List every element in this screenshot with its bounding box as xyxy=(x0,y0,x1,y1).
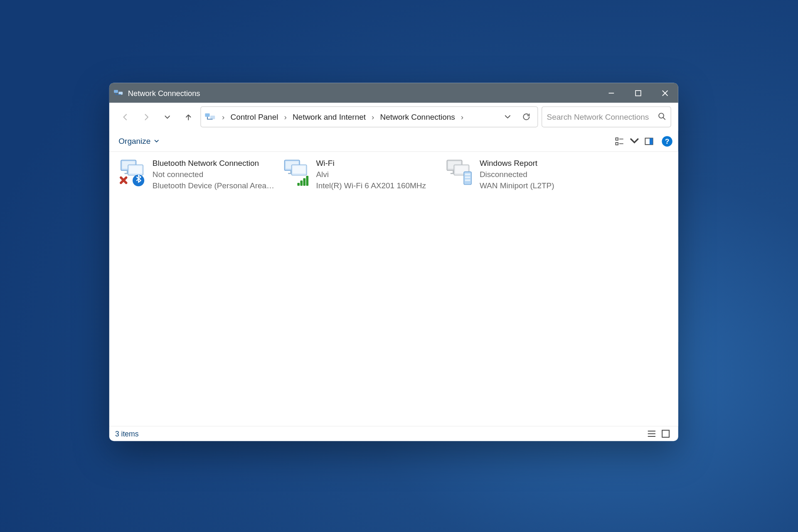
wifi-signal-icon xyxy=(297,175,310,186)
svg-rect-9 xyxy=(650,138,653,144)
connection-status: Alvi xyxy=(316,169,426,180)
svg-rect-2 xyxy=(635,90,640,96)
crumb-control-panel[interactable]: Control Panel xyxy=(228,110,281,123)
address-icon xyxy=(204,111,216,123)
svg-rect-3 xyxy=(205,113,209,117)
svg-rect-7 xyxy=(616,142,618,145)
app-icon xyxy=(114,88,123,97)
svg-rect-22 xyxy=(293,166,305,173)
window-title: Network Connections xyxy=(128,89,200,97)
view-options-button[interactable] xyxy=(611,133,629,149)
large-icons-view-button[interactable] xyxy=(658,428,672,440)
svg-rect-32 xyxy=(465,179,470,181)
svg-rect-31 xyxy=(465,176,470,178)
forward-button[interactable] xyxy=(137,108,155,126)
connection-status: Not connected xyxy=(153,169,275,180)
up-button[interactable] xyxy=(179,108,197,126)
organize-label: Organize xyxy=(118,137,150,145)
connection-status: Disconnected xyxy=(480,169,554,180)
close-button[interactable] xyxy=(651,83,678,103)
help-button[interactable]: ? xyxy=(662,136,672,146)
view-options-dropdown[interactable] xyxy=(629,133,640,149)
search-placeholder: Search Network Connections xyxy=(547,113,653,121)
search-input[interactable]: Search Network Connections xyxy=(542,106,671,128)
crumb-network-and-internet[interactable]: Network and Internet xyxy=(290,110,368,123)
address-bar[interactable]: › Control Panel › Network and Internet ›… xyxy=(200,106,538,128)
svg-rect-0 xyxy=(114,90,118,93)
crumb-network-connections[interactable]: Network Connections xyxy=(378,110,458,123)
wifi-network-icon xyxy=(281,158,310,187)
connection-item-wan[interactable]: Windows Report Disconnected WAN Miniport… xyxy=(445,158,608,191)
status-text: 3 items xyxy=(115,430,139,438)
refresh-button[interactable] xyxy=(517,108,535,126)
svg-rect-6 xyxy=(616,138,618,140)
address-history-button[interactable] xyxy=(499,108,516,126)
preview-pane-button[interactable] xyxy=(640,133,658,149)
svg-rect-4 xyxy=(210,116,215,119)
connection-item-bluetooth[interactable]: Bluetooth Network Connection Not connect… xyxy=(118,158,281,191)
minimize-button[interactable] xyxy=(598,83,625,103)
connection-device: Bluetooth Device (Personal Area ... xyxy=(153,180,275,191)
svg-rect-15 xyxy=(129,166,142,173)
navigation-row: › Control Panel › Network and Internet ›… xyxy=(109,103,678,131)
network-connections-window: Network Connections xyxy=(109,83,678,441)
content-area[interactable]: Bluetooth Network Connection Not connect… xyxy=(109,152,678,426)
chevron-down-icon xyxy=(154,139,159,143)
svg-rect-1 xyxy=(118,92,123,95)
svg-rect-33 xyxy=(662,430,669,437)
wan-network-icon xyxy=(445,158,474,187)
connection-item-wifi[interactable]: Wi-Fi Alvi Intel(R) Wi-Fi 6 AX201 160MHz xyxy=(281,158,445,191)
organize-menu[interactable]: Organize xyxy=(115,134,163,148)
breadcrumb-separator: › xyxy=(282,113,289,121)
recent-locations-button[interactable] xyxy=(158,108,176,126)
toolbar: Organize ? xyxy=(109,131,678,152)
svg-rect-30 xyxy=(465,173,470,175)
connection-name: Windows Report xyxy=(480,158,554,169)
breadcrumb-separator: › xyxy=(458,113,466,121)
connection-name: Bluetooth Network Connection xyxy=(153,158,275,169)
breadcrumb-separator: › xyxy=(219,113,227,121)
maximize-button[interactable] xyxy=(624,83,651,103)
breadcrumb-separator: › xyxy=(369,113,377,121)
details-view-button[interactable] xyxy=(644,428,658,440)
statusbar: 3 items xyxy=(109,426,678,441)
connection-device: Intel(R) Wi-Fi 6 AX201 160MHz xyxy=(316,180,426,191)
search-icon xyxy=(658,112,666,122)
connection-device: WAN Miniport (L2TP) xyxy=(480,180,554,191)
titlebar[interactable]: Network Connections xyxy=(109,83,678,103)
bluetooth-network-icon xyxy=(118,158,147,187)
connection-name: Wi-Fi xyxy=(316,158,426,169)
back-button[interactable] xyxy=(116,108,134,126)
